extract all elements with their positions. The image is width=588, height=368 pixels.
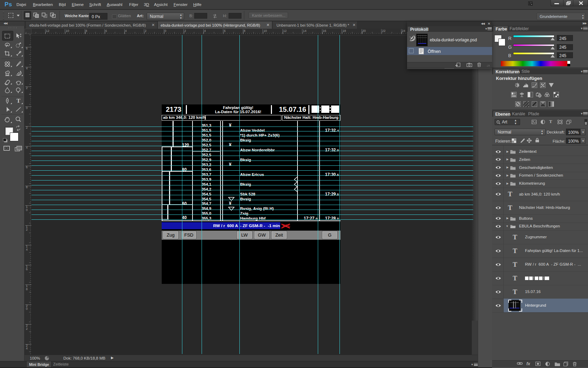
svg-text:T: T (16, 97, 21, 104)
